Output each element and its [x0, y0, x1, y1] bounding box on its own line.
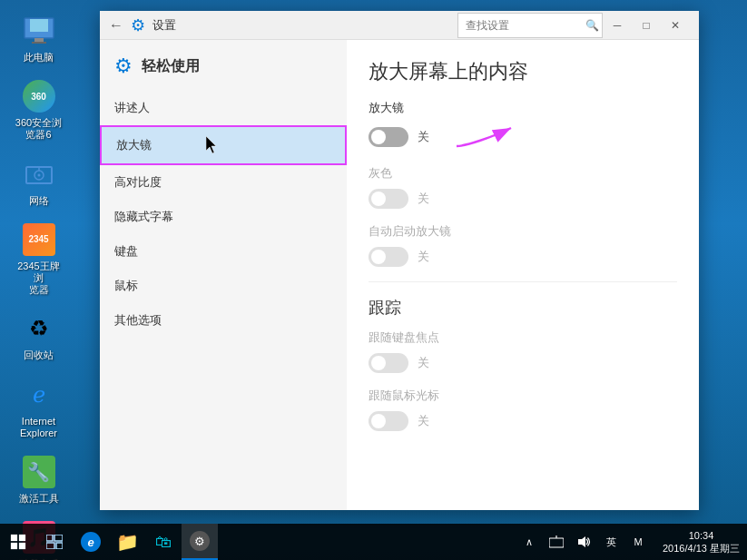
tray-ime[interactable]: M — [625, 524, 651, 560]
right-panel: 放大屏幕上的内容 放大镜 关 — [347, 40, 699, 510]
maximize-button[interactable]: □ — [632, 11, 661, 40]
svg-rect-2 — [34, 38, 44, 42]
search-input[interactable] — [457, 13, 603, 38]
desktop-icon-computer[interactable]: 此电脑 — [9, 9, 68, 67]
left-panel: ⚙ 轻松使用 讲述人 放大镜 高对比度 — [100, 40, 347, 510]
svg-marker-19 — [578, 536, 585, 547]
search-icon: 🔍 — [585, 19, 599, 32]
task-view-button[interactable] — [36, 524, 73, 560]
magnifier-toggle-knob — [371, 130, 386, 144]
window-content: ⚙ 轻松使用 讲述人 放大镜 高对比度 — [100, 40, 699, 510]
follow-cursor-toggle-row: 关 — [369, 411, 677, 431]
grayscale-toggle — [369, 189, 408, 209]
nav-item-other[interactable]: 其他选项 — [100, 303, 347, 338]
follow-cursor-label: 跟随鼠标光标 — [369, 388, 677, 404]
edge-icon: e — [81, 532, 101, 552]
ie-label: InternetExplorer — [20, 416, 57, 439]
recycle-label: 回收站 — [24, 349, 54, 361]
2345-label: 2345王牌浏览器 — [13, 260, 64, 297]
360-icon: 360 — [21, 78, 57, 114]
tools-icon: 🔧 — [21, 454, 57, 490]
magnifier-label: 放大镜 — [369, 100, 677, 116]
svg-rect-12 — [19, 543, 25, 549]
auto-start-toggle — [369, 247, 408, 267]
ie-icon: ℯ — [21, 377, 57, 413]
desktop-icon-tools[interactable]: 🔧 激活工具 — [9, 450, 68, 508]
start-button[interactable] — [0, 524, 36, 560]
desktop-icon-recycle[interactable]: ♻ 回收站 — [9, 307, 68, 365]
settings-taskbar-icon: ⚙ — [190, 531, 210, 551]
follow-keyboard-toggle-row: 关 — [369, 353, 677, 373]
arrow-annotation — [447, 123, 520, 151]
task-view-icon — [46, 535, 63, 549]
nav-item-magnifier[interactable]: 放大镜 — [100, 125, 347, 165]
network-icon — [21, 156, 57, 192]
svg-rect-1 — [30, 19, 48, 32]
left-panel-header: ⚙ 轻松使用 — [100, 40, 347, 87]
desktop-icon-ie[interactable]: ℯ InternetExplorer — [9, 373, 68, 443]
tray-monitor-icon[interactable] — [544, 524, 569, 560]
explorer-button[interactable]: 📁 — [109, 524, 145, 560]
windows-logo-icon — [10, 534, 26, 550]
network-tray-icon — [549, 535, 564, 548]
settings-window: ← ⚙ 设置 🔍 ─ □ ✕ — [100, 11, 699, 510]
grayscale-toggle-label: 关 — [418, 191, 429, 207]
follow-keyboard-toggle-label: 关 — [418, 355, 429, 371]
desktop-icon-network[interactable]: 网络 — [9, 152, 68, 211]
back-button[interactable]: ← — [109, 17, 123, 34]
desktop: 此电脑 360 360安全浏览器6 网络 2345 234 — [0, 0, 747, 560]
follow-cursor-toggle-label: 关 — [418, 413, 429, 429]
window-title: 设置 — [152, 17, 176, 34]
auto-start-toggle-knob — [371, 250, 386, 264]
tray-up-arrow[interactable]: ∧ — [516, 524, 542, 560]
tray-volume-icon[interactable] — [571, 524, 596, 560]
follow-keyboard-label: 跟随键盘焦点 — [369, 329, 677, 346]
taskbar-clock[interactable]: 10:34 2016/4/13 星期三 — [655, 529, 747, 555]
taskbar-pinned: e 📁 🛍 ⚙ — [73, 524, 516, 560]
magnifier-toggle-label: 关 — [418, 129, 429, 145]
nav-item-narrator[interactable]: 讲述人 — [100, 91, 347, 125]
window-titlebar: ← ⚙ 设置 🔍 ─ □ ✕ — [100, 11, 699, 40]
grayscale-label: 灰色 — [369, 165, 677, 182]
grayscale-toggle-knob — [371, 192, 386, 206]
svg-rect-15 — [46, 543, 54, 549]
follow-cursor-toggle — [369, 411, 408, 431]
svg-rect-11 — [11, 543, 17, 549]
close-button[interactable]: ✕ — [661, 11, 690, 40]
cursor-icon — [206, 136, 219, 154]
nav-items: 讲述人 放大镜 高对比度 隐藏式字幕 — [100, 87, 347, 341]
recycle-icon: ♻ — [21, 310, 57, 347]
titlebar-controls: ─ □ ✕ — [603, 11, 690, 40]
desktop-icon-360[interactable]: 360 360安全浏览器6 — [9, 74, 68, 144]
folder-icon: 📁 — [116, 531, 139, 553]
panel-title: 轻松使用 — [142, 57, 200, 76]
tracking-title: 跟踪 — [369, 297, 677, 319]
edge-button[interactable]: e — [73, 524, 109, 560]
svg-rect-13 — [46, 535, 53, 541]
desktop-icon-2345[interactable]: 2345 2345王牌浏览器 — [9, 218, 68, 300]
magnifier-toggle[interactable] — [369, 127, 408, 147]
tools-label: 激活工具 — [19, 493, 59, 505]
nav-item-contrast[interactable]: 高对比度 — [100, 165, 347, 200]
clock-time: 10:34 — [689, 529, 714, 542]
grayscale-toggle-row: 关 — [369, 189, 677, 209]
tray-lang[interactable]: 英 — [598, 524, 624, 560]
svg-rect-10 — [19, 535, 25, 541]
minimize-button[interactable]: ─ — [603, 11, 632, 40]
nav-item-keyboard[interactable]: 键盘 — [100, 234, 347, 269]
svg-rect-16 — [56, 543, 63, 549]
follow-keyboard-toggle-knob — [371, 356, 386, 370]
settings-taskbar-button[interactable]: ⚙ — [182, 524, 218, 560]
taskbar-tray: ∧ 英 M — [516, 524, 655, 560]
computer-label: 此电脑 — [24, 52, 54, 64]
nav-item-captions[interactable]: 隐藏式字幕 — [100, 200, 347, 234]
svg-rect-17 — [549, 538, 564, 547]
svg-point-6 — [37, 173, 40, 176]
header-search: 🔍 — [457, 13, 603, 38]
nav-item-mouse[interactable]: 鼠标 — [100, 269, 347, 303]
svg-rect-14 — [54, 535, 63, 541]
store-button[interactable]: 🛍 — [145, 524, 182, 560]
clock-date: 2016/4/13 星期三 — [663, 542, 740, 555]
desktop-icons: 此电脑 360 360安全浏览器6 网络 2345 234 — [9, 9, 68, 560]
svg-rect-9 — [11, 535, 17, 541]
